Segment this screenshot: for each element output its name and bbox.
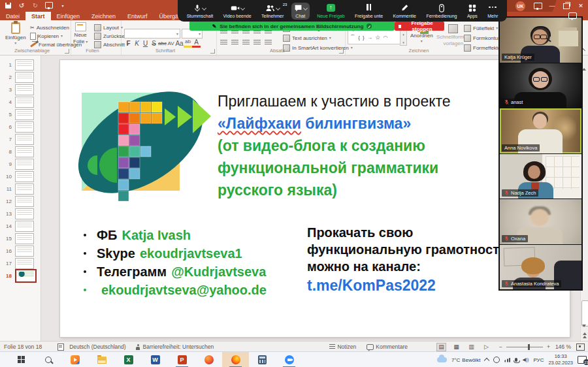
stop-share-button[interactable]: Freigabe stoppen [395, 22, 444, 31]
slide[interactable]: Приглашаем к участию в проекте «Лайфхаки… [60, 60, 570, 337]
slide-thumbnail[interactable]: 1 [0, 59, 41, 71]
align-left-button[interactable] [220, 40, 227, 46]
language-indicator[interactable]: РУС [533, 357, 544, 363]
promo-block[interactable]: Прокачать свою функциональную грамотност… [307, 224, 523, 294]
notification-center-button[interactable]: 21 [578, 356, 587, 364]
word-app[interactable]: W [142, 352, 169, 367]
ribbon-tab[interactable]: Zeichnen [86, 12, 122, 20]
change-case-button[interactable]: Aa [175, 40, 184, 47]
project-logo[interactable] [67, 65, 218, 217]
italic-button[interactable]: K [133, 40, 141, 47]
chat-button[interactable]: Chat [291, 3, 310, 20]
slide-thumbnail[interactable]: 11 [0, 183, 41, 195]
font-name-combo[interactable]: ▾ [124, 29, 180, 39]
slide-thumbnail[interactable]: 7 [0, 133, 41, 146]
zoom-out-button[interactable]: − [499, 343, 502, 350]
stop-video-button[interactable]: Video beende [221, 3, 254, 20]
weather-cloud-icon[interactable] [437, 357, 447, 362]
ribbon-tab[interactable]: Entwurf [122, 12, 154, 20]
reading-view-button[interactable]: ▥ [466, 343, 476, 351]
slide-thumbnail[interactable]: 10 [0, 170, 41, 183]
account-badge[interactable]: UK [515, 1, 525, 11]
ribbon-tab[interactable]: Start [25, 12, 51, 20]
slide-thumbnail[interactable]: 12 [0, 195, 41, 208]
font-color-button[interactable]: A [192, 39, 201, 48]
chat-bubble-icon[interactable] [568, 12, 577, 19]
mute-button[interactable]: Stummschalt [184, 3, 216, 20]
slide-thumbnail[interactable]: 15 [0, 232, 41, 245]
font-dialog-launcher[interactable] [210, 49, 215, 54]
paste-button[interactable]: Einfügen ▾ [5, 22, 26, 45]
scroll-up-button[interactable] [582, 57, 587, 62]
chevron-down-icon[interactable] [303, 5, 308, 10]
zoom-slider[interactable] [506, 347, 543, 347]
slide-thumbnail[interactable]: 13 [0, 208, 41, 220]
slide-thumbnail[interactable]: 18 [0, 270, 41, 282]
excel-app[interactable]: X [115, 352, 142, 367]
zoom-in-button[interactable]: + [547, 343, 550, 350]
video-tile-katja-krueger[interactable]: Katja Krüger [500, 18, 581, 63]
character-spacing-button[interactable]: AV [167, 40, 175, 46]
accessibility-button[interactable]: Barrierefreiheit: Untersuchen [135, 343, 214, 350]
apps-button[interactable]: Apps [465, 3, 480, 20]
slide-sorter-view-button[interactable]: ▦ [451, 343, 461, 351]
ribbon-tab[interactable]: Einfügen [51, 12, 86, 20]
previous-slide-button[interactable] [581, 332, 588, 338]
ribbon-display-options-button[interactable] [531, 0, 545, 12]
slide-thumbnail[interactable]: 6 [0, 121, 41, 133]
zoom-slider-thumb[interactable] [528, 344, 530, 350]
scrollbar-thumb[interactable] [581, 300, 588, 327]
underline-button[interactable]: U [141, 40, 150, 47]
new-slide-button[interactable]: Neue Folie▾ [73, 22, 88, 44]
file-explorer-app[interactable] [88, 352, 115, 367]
tray-microphone-icon[interactable] [515, 358, 517, 362]
pause-share-button[interactable]: Freigabe unte [352, 3, 385, 20]
ribbon-tab[interactable]: Datei [0, 12, 25, 20]
speaker-icon[interactable]: ◀)) [522, 357, 529, 362]
slide-title-block[interactable]: Приглашаем к участию в проекте «Лайфхаки… [218, 90, 518, 201]
chevron-down-icon[interactable] [276, 5, 280, 10]
slide-thumbnail[interactable]: 4 [0, 96, 41, 108]
search-button[interactable] [35, 352, 61, 367]
telegram-channel-link[interactable]: t.me/KomPas2022 [307, 277, 523, 294]
firefox-app[interactable] [222, 352, 249, 367]
slide-thumbnail[interactable]: 3 [0, 84, 41, 96]
customize-qat-button[interactable]: ▾ [59, 1, 67, 9]
paragraph-dialog-launcher[interactable] [339, 49, 344, 54]
browser-app[interactable] [195, 352, 222, 367]
network-icon[interactable] [504, 358, 510, 362]
contact-list[interactable]: ФБKatja Ivash Skypeekoudrjavtseva1 Телег… [84, 226, 267, 299]
more-button[interactable]: Mehr [485, 3, 500, 20]
zoom-app[interactable] [276, 352, 302, 367]
fit-slide-button[interactable] [576, 343, 585, 351]
video-tile-anast[interactable]: anast [500, 63, 581, 108]
tray-app-icon[interactable] [493, 357, 500, 363]
close-button[interactable]: ✕ [574, 0, 588, 12]
calculator-app[interactable] [249, 352, 276, 367]
slide-thumbnail[interactable]: 5 [0, 108, 41, 121]
slide-thumbnail[interactable]: 2 [0, 71, 41, 84]
video-tile-anastasia-kondrateva[interactable]: Anastasia Kondrateva [500, 244, 581, 290]
slide-thumbnail[interactable]: 16 [0, 245, 41, 257]
show-hidden-icons-button[interactable] [484, 358, 489, 363]
video-tile-nadja-zech[interactable]: Nadja Zech [500, 153, 581, 199]
align-center-button[interactable] [231, 40, 238, 46]
restore-button[interactable] [559, 0, 574, 12]
strikethrough-button[interactable]: S [150, 40, 158, 47]
start-button[interactable] [8, 352, 35, 367]
slide-thumbnail[interactable]: 8 [0, 146, 41, 158]
proofing-button[interactable] [57, 343, 64, 351]
columns-button[interactable] [265, 40, 272, 46]
subscript-button[interactable]: abc [158, 40, 167, 46]
align-text-button[interactable]: Text ausrichten▾ [283, 34, 353, 42]
slideshow-view-button[interactable]: ▷ [482, 343, 491, 351]
clipboard-dialog-launcher[interactable] [65, 49, 69, 54]
new-share-button[interactable]: ↑ Neue Freigab [314, 3, 347, 20]
video-tile-anna-novikova[interactable]: Anna Novikova [500, 108, 581, 153]
bold-button[interactable]: F [124, 40, 133, 47]
remote-control-button[interactable]: Fernbedienung [423, 3, 459, 20]
chevron-down-icon[interactable] [202, 5, 206, 10]
align-right-button[interactable] [242, 40, 250, 46]
redo-button[interactable]: ↻ [31, 1, 39, 9]
annotate-button[interactable]: Kommentie [391, 3, 419, 20]
